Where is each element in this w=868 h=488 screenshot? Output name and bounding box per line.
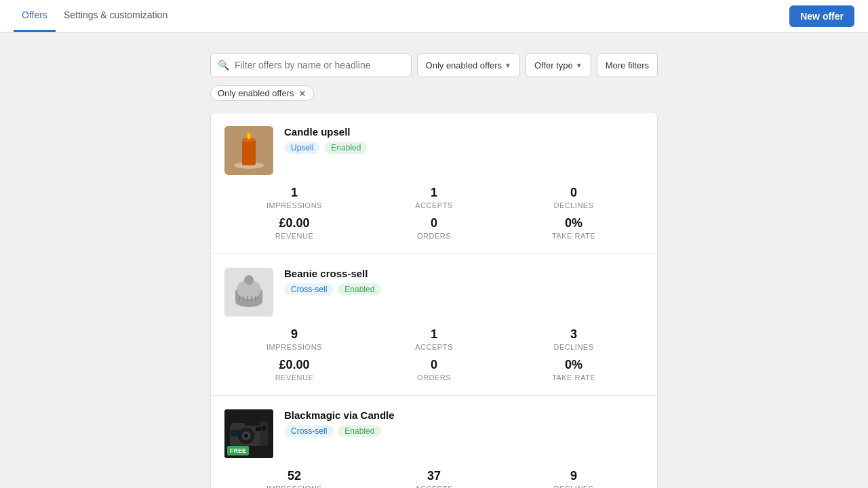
svg-point-24	[262, 426, 266, 430]
stat-value: 0	[364, 216, 504, 230]
stat-accepts: 37 ACCEPTS	[364, 469, 504, 488]
search-input-wrapper[interactable]: 🔍	[210, 53, 412, 77]
type-badge: Upsell	[284, 142, 320, 154]
tab-settings-customization[interactable]: Settings & customization	[56, 0, 176, 32]
svg-rect-25	[256, 427, 261, 431]
main-content: 🔍 Only enabled offers ▼ Offer type ▼ Mor…	[0, 33, 868, 488]
stat-impressions: 1 IMPRESSIONS	[224, 186, 364, 209]
svg-rect-22	[260, 422, 268, 446]
offer-stats-row2: £0.00 REVENUE 0 ORDERS 0% TAKE RATE	[224, 358, 644, 382]
offer-badges: Cross-sell Enabled	[284, 283, 644, 296]
stat-label: TAKE RATE	[504, 232, 644, 240]
stat-label: DECLINES	[504, 343, 644, 351]
stat-impressions: 9 IMPRESSIONS	[224, 327, 364, 351]
stat-declines: 0 DECLINES	[504, 186, 644, 209]
stat-label: IMPRESSIONS	[224, 343, 364, 351]
stat-value: 1	[364, 186, 504, 200]
offer-item-candle-upsell[interactable]: Candle upsell Upsell Enabled 1 IMPRESSIO…	[211, 113, 657, 254]
offer-badges: Cross-sell Enabled	[284, 425, 644, 437]
search-input[interactable]	[235, 60, 404, 70]
offer-stats-row1: 9 IMPRESSIONS 1 ACCEPTS 3 DECLINES	[224, 327, 644, 351]
stat-value: 1	[364, 327, 504, 342]
offers-list: Candle upsell Upsell Enabled 1 IMPRESSIO…	[210, 112, 658, 488]
search-icon: 🔍	[218, 60, 229, 70]
svg-point-21	[244, 434, 248, 438]
active-filter-tag[interactable]: Only enabled offers ✕	[210, 85, 314, 101]
svg-rect-23	[231, 423, 245, 427]
stat-value: 0%	[504, 216, 644, 230]
offer-info: Candle upsell Upsell Enabled	[284, 126, 644, 154]
chevron-down-icon: ▼	[505, 62, 511, 69]
stat-revenue: £0.00 REVENUE	[224, 358, 364, 382]
offer-stats-row1: 1 IMPRESSIONS 1 ACCEPTS 0 DECLINES	[224, 186, 644, 209]
stat-revenue: £0.00 REVENUE	[224, 216, 364, 240]
stat-value: 9	[224, 327, 364, 342]
type-badge: Cross-sell	[284, 283, 334, 296]
tab-offers[interactable]: Offers	[14, 0, 56, 32]
stat-label: IMPRESSIONS	[224, 201, 364, 209]
enabled-offers-filter-button[interactable]: Only enabled offers ▼	[417, 53, 520, 77]
type-badge: Cross-sell	[284, 425, 334, 437]
offer-title: Blackmagic via Candle	[284, 409, 644, 421]
stat-value: 52	[224, 469, 364, 483]
free-badge: FREE	[227, 446, 249, 455]
stat-value: 9	[504, 469, 644, 483]
svg-point-10	[244, 275, 254, 285]
stat-impressions: 52 IMPRESSIONS	[224, 469, 364, 488]
offer-image-beanie	[224, 268, 273, 317]
stat-value: 0	[364, 358, 504, 372]
offer-stats-row2: £0.00 REVENUE 0 ORDERS 0% TAKE RATE	[224, 216, 644, 240]
stat-accepts: 1 ACCEPTS	[364, 186, 504, 209]
offer-header: FREE Blackmagic via Candle Cross-sell En…	[224, 409, 644, 458]
chevron-down-icon: ▼	[576, 62, 583, 69]
status-badge: Enabled	[338, 283, 381, 296]
new-offer-button[interactable]: New offer	[789, 5, 854, 27]
offer-header: Candle upsell Upsell Enabled	[224, 126, 644, 175]
stat-value: 37	[364, 469, 504, 483]
stat-declines: 9 DECLINES	[504, 469, 644, 488]
app-bar: Offers Settings & customization New offe…	[0, 0, 868, 33]
offer-header: Beanie cross-sell Cross-sell Enabled	[224, 268, 644, 317]
stat-label: ACCEPTS	[364, 201, 504, 209]
stat-take-rate: 0% TAKE RATE	[504, 358, 644, 382]
stat-value: 3	[504, 327, 644, 342]
svg-rect-26	[231, 430, 241, 436]
stat-label: REVENUE	[224, 373, 364, 382]
stat-take-rate: 0% TAKE RATE	[504, 216, 644, 240]
stat-label: IMPRESSIONS	[224, 485, 364, 488]
nav-tabs: Offers Settings & customization	[14, 0, 176, 32]
stat-value: 1	[224, 186, 364, 200]
offer-info: Blackmagic via Candle Cross-sell Enabled	[284, 409, 644, 437]
offer-type-filter-button[interactable]: Offer type ▼	[526, 53, 591, 77]
offer-item-blackmagic-candle[interactable]: FREE Blackmagic via Candle Cross-sell En…	[211, 396, 657, 488]
stat-label: ACCEPTS	[364, 485, 504, 488]
stat-declines: 3 DECLINES	[504, 327, 644, 351]
stat-label: DECLINES	[504, 201, 644, 209]
offer-badges: Upsell Enabled	[284, 142, 644, 154]
offer-info: Beanie cross-sell Cross-sell Enabled	[284, 268, 644, 296]
stat-value: 0%	[504, 358, 644, 372]
search-bar: 🔍 Only enabled offers ▼ Offer type ▼ Mor…	[210, 53, 658, 77]
more-filters-button[interactable]: More filters	[597, 53, 658, 77]
svg-rect-2	[242, 140, 256, 165]
status-badge: Enabled	[324, 142, 368, 154]
offer-item-beanie-crosssell[interactable]: Beanie cross-sell Cross-sell Enabled 9 I…	[211, 254, 657, 396]
active-filters: Only enabled offers ✕	[210, 85, 658, 101]
remove-filter-button[interactable]: ✕	[298, 89, 307, 98]
offer-title: Beanie cross-sell	[284, 268, 644, 279]
stat-label: ORDERS	[364, 232, 504, 240]
offer-title: Candle upsell	[284, 126, 644, 138]
stat-label: ACCEPTS	[364, 343, 504, 351]
content-wrapper: 🔍 Only enabled offers ▼ Offer type ▼ Mor…	[210, 53, 658, 488]
svg-point-5	[248, 134, 250, 139]
status-badge: Enabled	[338, 425, 381, 437]
stat-label: TAKE RATE	[504, 373, 644, 382]
stat-orders: 0 ORDERS	[364, 358, 504, 382]
stat-label: ORDERS	[364, 373, 504, 382]
stat-value: 0	[504, 186, 644, 200]
offer-image-candle	[224, 126, 273, 175]
stat-value: £0.00	[224, 358, 364, 372]
stat-orders: 0 ORDERS	[364, 216, 504, 240]
offer-stats-row1: 52 IMPRESSIONS 37 ACCEPTS 9 DECLINES	[224, 469, 644, 488]
offer-image-camera: FREE	[224, 409, 273, 458]
